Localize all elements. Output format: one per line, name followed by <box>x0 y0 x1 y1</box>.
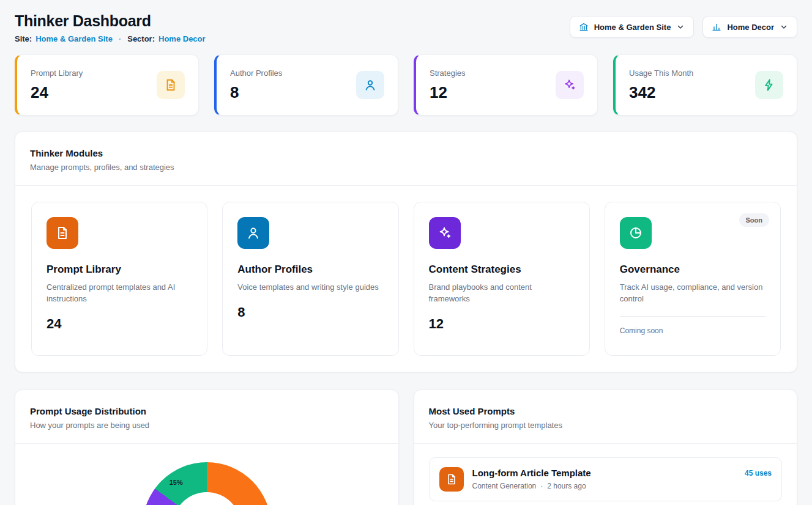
modules-grid: Prompt Library Centralized prompt templa… <box>15 186 797 372</box>
stat-label: Strategies <box>430 68 466 78</box>
module-title: Content Strategies <box>429 264 575 276</box>
module-title: Governance <box>620 264 765 276</box>
sector-selector-label: Home Decor <box>727 23 774 32</box>
sector-label: Sector: <box>127 34 155 43</box>
module-description: Centralized prompt templates and AI inst… <box>47 282 192 305</box>
usage-card-header: Prompt Usage Distribution How your promp… <box>15 390 398 444</box>
header: Thinker Dashboard Site: Home & Garden Si… <box>15 12 797 43</box>
site-sector-line: Site: Home & Garden Site · Sector: Home … <box>15 34 206 43</box>
stat-text: Usage This Month 342 <box>629 68 693 102</box>
usage-card-subtitle: How your prompts are being used <box>30 421 384 430</box>
separator-dot: · <box>119 34 121 43</box>
prompt-item-text: Long-form Article Template Content Gener… <box>472 467 591 490</box>
prompt-list: Long-form Article Template Content Gener… <box>414 444 797 505</box>
usage-donut: 15% <box>143 462 271 505</box>
stat-value: 8 <box>230 83 282 102</box>
module-footer: Coming soon <box>620 326 765 335</box>
stat-text: Prompt Library 24 <box>31 68 83 102</box>
document-icon <box>157 71 185 99</box>
module-count: 24 <box>47 316 192 332</box>
prompt-meta: Content Generation · 2 hours ago <box>472 482 591 490</box>
prompt-list-item[interactable]: Long-form Article Template Content Gener… <box>429 457 783 501</box>
module-card-governance[interactable]: Soon Governance Track AI usage, complian… <box>605 202 781 356</box>
usage-distribution-card: Prompt Usage Distribution How your promp… <box>15 389 399 505</box>
bottom-row: Prompt Usage Distribution How your promp… <box>15 389 797 505</box>
donut-segment-label: 15% <box>169 479 183 486</box>
usage-chart-area: 15% <box>15 444 398 505</box>
header-selectors: Home & Garden Site Home Decor <box>570 12 797 38</box>
bolt-icon <box>755 71 783 99</box>
stat-value: 12 <box>430 83 466 102</box>
module-description: Voice templates and writing style guides <box>237 282 383 293</box>
module-count: 12 <box>429 316 575 332</box>
donut-hole <box>173 492 241 505</box>
meta-dot: · <box>540 482 543 490</box>
stat-label: Author Profiles <box>230 68 282 78</box>
site-selector-button[interactable]: Home & Garden Site <box>570 16 695 38</box>
prompts-card-subtitle: Your top-performing prompt templates <box>429 421 783 430</box>
bar-chart-icon <box>712 22 721 32</box>
page-title: Thinker Dashboard <box>15 12 206 30</box>
sector-link[interactable]: Home Decor <box>158 34 206 43</box>
module-count: 8 <box>237 304 383 320</box>
dashboard-page: Thinker Dashboard Site: Home & Garden Si… <box>0 0 812 505</box>
document-icon <box>47 217 78 249</box>
stats-row: Prompt Library 24 Author Profiles 8 Stra… <box>15 54 797 116</box>
stat-label: Prompt Library <box>31 68 83 78</box>
usage-card-title: Prompt Usage Distribution <box>30 406 384 416</box>
stat-label: Usage This Month <box>629 68 693 78</box>
header-left: Thinker Dashboard Site: Home & Garden Si… <box>15 12 206 43</box>
site-label: Site: <box>15 34 32 43</box>
module-card-prompt-library[interactable]: Prompt Library Centralized prompt templa… <box>31 202 207 356</box>
modules-panel-header: Thinker Modules Manage prompts, profiles… <box>15 132 797 186</box>
stat-card-strategies: Strategies 12 <box>414 54 598 116</box>
sparkle-star-icon <box>429 217 461 249</box>
stat-value: 342 <box>629 83 693 102</box>
prompt-time: 2 hours ago <box>547 482 586 490</box>
module-description: Brand playbooks and content frameworks <box>429 282 575 305</box>
user-icon <box>237 217 269 249</box>
stat-card-usage: Usage This Month 342 <box>613 54 797 116</box>
stat-card-author-profiles: Author Profiles 8 <box>214 54 398 116</box>
module-card-author-profiles[interactable]: Author Profiles Voice templates and writ… <box>222 202 398 356</box>
prompt-category: Content Generation <box>472 482 537 490</box>
document-icon <box>439 467 464 492</box>
site-link[interactable]: Home & Garden Site <box>35 34 113 43</box>
module-divider <box>620 316 765 317</box>
chevron-down-icon <box>780 23 788 31</box>
prompts-card-header: Most Used Prompts Your top-performing pr… <box>414 390 797 444</box>
stat-card-prompt-library: Prompt Library 24 <box>15 54 199 116</box>
site-selector-label: Home & Garden Site <box>594 23 671 32</box>
modules-title: Thinker Modules <box>30 148 782 158</box>
user-icon <box>356 71 384 99</box>
sector-selector-button[interactable]: Home Decor <box>702 16 797 38</box>
pie-chart-icon <box>620 217 652 249</box>
building-icon <box>579 22 589 32</box>
prompts-card-title: Most Used Prompts <box>429 406 783 416</box>
prompt-title: Long-form Article Template <box>472 467 591 478</box>
stat-value: 24 <box>31 83 83 102</box>
prompt-uses-badge: 45 uses <box>745 467 772 477</box>
stat-text: Author Profiles 8 <box>230 68 282 102</box>
modules-panel: Thinker Modules Manage prompts, profiles… <box>15 131 797 372</box>
most-used-prompts-card: Most Used Prompts Your top-performing pr… <box>414 389 798 505</box>
module-title: Author Profiles <box>237 264 383 276</box>
stat-text: Strategies 12 <box>430 68 466 102</box>
module-card-content-strategies[interactable]: Content Strategies Brand playbooks and c… <box>414 202 590 356</box>
module-description: Track AI usage, compliance, and version … <box>620 282 765 305</box>
chevron-down-icon <box>676 23 685 31</box>
soon-badge: Soon <box>739 213 770 227</box>
modules-subtitle: Manage prompts, profiles, and strategies <box>30 163 782 172</box>
module-title: Prompt Library <box>47 264 192 276</box>
sparkle-star-icon <box>556 71 584 99</box>
